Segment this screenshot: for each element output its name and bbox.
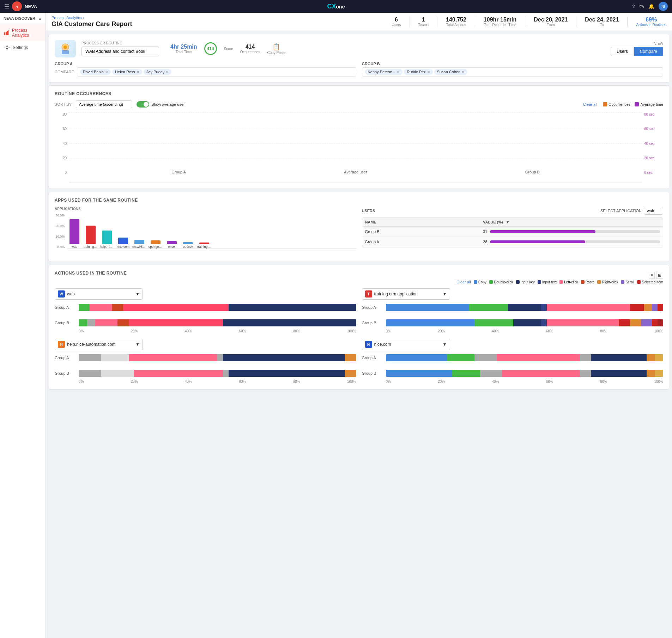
legend-avg-dot — [635, 102, 639, 106]
seg — [223, 319, 356, 326]
seg — [223, 354, 345, 361]
app-bar-excel: excel — [165, 241, 179, 249]
select-app-select[interactable]: wab — [644, 207, 663, 215]
app-nicecom-selector[interactable]: N nice.com ▼ — [362, 339, 450, 350]
process-select-section: PROCESS OR ROUTINE WAB Address and conta… — [81, 41, 159, 56]
clear-all-btn[interactable]: Clear all — [583, 102, 597, 106]
chart-icon — [4, 30, 9, 36]
apps-used-section: APPS USED FOR THE SAME ROUTINE APPLICATI… — [49, 192, 669, 262]
sidebar-item-settings[interactable]: Settings — [0, 41, 46, 54]
seg — [647, 354, 655, 361]
table-row-group-a: Group A 28 — [362, 237, 663, 247]
training-group-b: Group B — [362, 319, 664, 326]
training-group-a-row: Group A — [362, 304, 664, 311]
sidebar-collapse-icon[interactable]: ▲ — [38, 16, 42, 20]
seg — [134, 370, 223, 377]
app-y-labels: 30.0% 20.0% 10.0% 0.0% — [55, 214, 66, 249]
hamburger-icon[interactable]: ☰ — [4, 3, 9, 10]
sidebar-header-label: NEVA DISCOVER — [4, 16, 35, 20]
stat-actions-routines[interactable]: 69% Actions in Routines — [636, 17, 666, 27]
stat-divider-3 — [475, 17, 475, 27]
help-group-a-row: Group A — [55, 354, 356, 361]
help-group-b-row: Group B — [55, 370, 356, 377]
tag-remove-jay[interactable]: ✕ — [166, 70, 169, 74]
legend-selecteditem: Selected item — [637, 280, 663, 284]
sort-select-wrapper: Average time (ascending) — [76, 100, 132, 108]
tag-remove-david[interactable]: ✕ — [105, 70, 108, 74]
compare-groups: GROUP A COMPARE David Bania✕ Helen Ross✕… — [55, 62, 663, 76]
show-avg-toggle[interactable] — [137, 101, 149, 108]
wab-group-b-bar — [79, 319, 356, 326]
seg — [658, 319, 663, 326]
store-icon[interactable]: 🛍 — [639, 4, 644, 9]
process-select-wrapper: WAB Address and contact Book — [81, 47, 159, 56]
apps-grid: W wab ▼ Group A — [55, 288, 663, 384]
seg — [647, 370, 655, 377]
legend-copy: Copy — [474, 280, 486, 284]
process-header: PROCESS OR ROUTINE WAB Address and conta… — [55, 40, 663, 57]
y-axis-left: 80 60 40 20 0 — [55, 112, 69, 183]
bar-training — [86, 226, 96, 244]
list-view-icon[interactable]: ≡ — [649, 272, 655, 279]
legend-inputtext-label: Input text — [542, 280, 557, 284]
main-content: Process Analytics › GIA Customer Care Re… — [46, 13, 672, 638]
svg-text:N: N — [16, 5, 18, 8]
header-stats: 6 Users 1 Teams 140,752 Total Actions 10… — [392, 17, 666, 27]
app-panel-nicecom: N nice.com ▼ Group A — [362, 339, 664, 384]
bar-help-label: help.nice-au... — [100, 245, 114, 249]
view-section: VIEW Users Compare — [611, 42, 663, 56]
tag-remove-kenny[interactable]: ✕ — [397, 70, 400, 74]
sort-select[interactable]: Average time (ascending) — [76, 100, 132, 108]
legend-scroll-color — [621, 280, 624, 284]
sidebar-item-process-analytics[interactable]: Process Analytics — [0, 24, 46, 41]
progress-bg-b — [490, 230, 660, 233]
sidebar-item-settings-label: Settings — [13, 45, 28, 50]
view-compare-btn[interactable]: Compare — [634, 47, 663, 56]
top-nav: ☰ N NEVA CXone ? 🛍 🔔 NI — [0, 0, 672, 13]
bar-wikipedia-label: en.wikipedia... — [132, 245, 146, 249]
bell-icon[interactable]: 🔔 — [648, 4, 654, 9]
legend-paste-label: Paste — [586, 280, 595, 284]
tag-remove-susan[interactable]: ✕ — [462, 70, 465, 74]
legend-doubleclick-color — [489, 280, 493, 284]
app-panel-wab: W wab ▼ Group A — [55, 288, 356, 333]
sidebar: NEVA DISCOVER ▲ Process Analytics Settin… — [0, 13, 46, 638]
sort-icon[interactable]: ▼ — [506, 220, 510, 224]
tag-helen: Helen Ross✕ — [112, 69, 142, 75]
top-nav-left: ☰ N NEVA — [4, 1, 37, 11]
stat-to-date: Dec 24, 2021 To — [585, 17, 619, 27]
app-training-selector[interactable]: T training crm application ▼ — [362, 288, 450, 300]
app-wab-name: wab — [67, 292, 75, 296]
help-icon[interactable]: ? — [632, 4, 635, 9]
compare-section: GROUP A COMPARE David Bania✕ Helen Ross✕… — [55, 62, 663, 76]
tag-jay: Jay Puddy✕ — [144, 69, 171, 75]
app-bars: wab training crm... help.nice-au... — [67, 214, 356, 249]
spacer — [362, 364, 664, 370]
seg — [474, 354, 497, 361]
app-bar-help: help.nice-au... — [100, 231, 114, 249]
group-a-section: GROUP A COMPARE David Bania✕ Helen Ross✕… — [55, 62, 356, 76]
breadcrumb[interactable]: Process Analytics › — [52, 16, 132, 20]
user-avatar[interactable]: NI — [659, 2, 668, 11]
tag-remove-ruthie[interactable]: ✕ — [427, 70, 430, 74]
legend-leftclick: Left-click — [559, 280, 578, 284]
process-select[interactable]: WAB Address and contact Book — [81, 47, 159, 56]
grid-view-icon[interactable]: ⊞ — [656, 272, 663, 279]
svg-rect-2 — [4, 32, 5, 35]
tag-remove-helen[interactable]: ✕ — [137, 70, 139, 74]
seg — [117, 319, 128, 326]
actions-clear-all[interactable]: Clear all — [456, 280, 471, 284]
row-value-a-num: 28 — [483, 240, 487, 244]
legend-scroll-label: Scroll — [625, 280, 634, 284]
bar-spth — [151, 240, 161, 244]
help-group-b-label: Group B — [55, 371, 76, 375]
legend-selecteditem-color — [637, 280, 641, 284]
wab-group-a: Group A — [55, 304, 356, 311]
app-help-selector[interactable]: H help.nice-automation.com ▼ — [55, 339, 143, 350]
seg — [386, 370, 453, 377]
view-buttons: Users Compare — [611, 47, 663, 56]
app-wab-selector[interactable]: W wab ▼ — [55, 288, 143, 300]
view-users-btn[interactable]: Users — [611, 47, 634, 56]
help-group-b-bar — [79, 370, 356, 377]
bar-wab — [69, 219, 79, 244]
